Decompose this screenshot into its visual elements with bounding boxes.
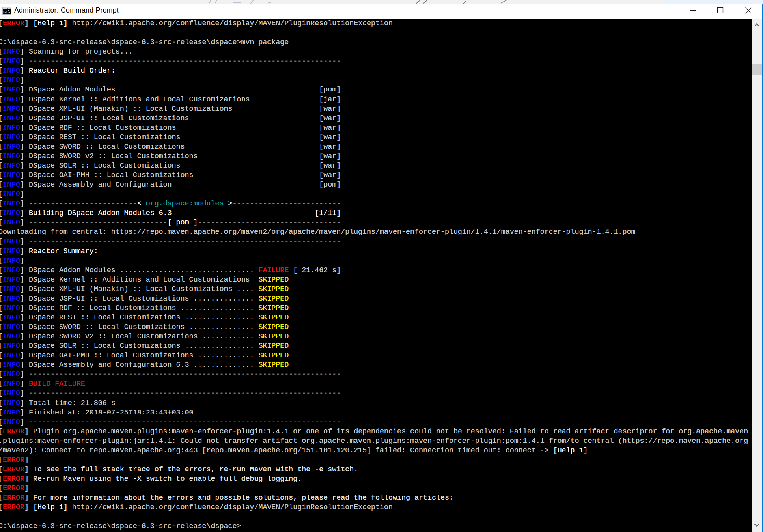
svg-text:C:\: C:\ — [3, 10, 10, 14]
